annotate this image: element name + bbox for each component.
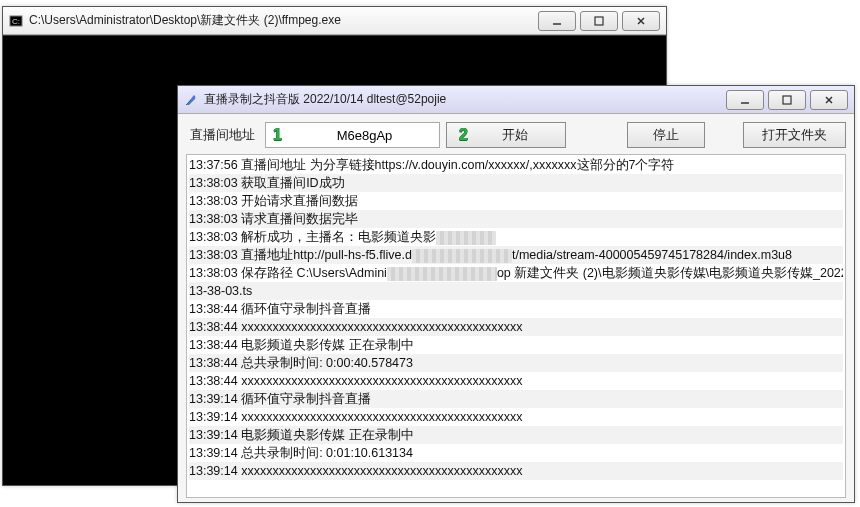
stop-button[interactable]: 停止: [627, 122, 705, 148]
log-line: 13:38:03 请求直播间数据完毕: [189, 210, 843, 228]
censored-span: [387, 267, 497, 281]
log-line: 13:39:14 xxxxxxxxxxxxxxxxxxxxxxxxxxxxxxx…: [189, 408, 843, 426]
log-line: 13:37:56 直播间地址 为分享链接https://v.douyin.com…: [189, 156, 843, 174]
svg-rect-3: [595, 17, 603, 25]
log-line: 13:38:44 总共录制时间: 0:00:40.578473: [189, 354, 843, 372]
log-line: 13:38:44 循环值守录制抖音直播: [189, 300, 843, 318]
log-line: 13:39:14 xxxxxxxxxxxxxxxxxxxxxxxxxxxxxxx…: [189, 462, 843, 480]
start-button-label: 开始: [502, 127, 528, 142]
log-line: 13:39:14 总共录制时间: 0:01:10.613134: [189, 444, 843, 462]
start-button[interactable]: 2 开始: [446, 122, 566, 148]
log-line: 13:38:03 获取直播间ID成功: [189, 174, 843, 192]
log-line: 13:38:03 保存路径 C:\Users\Adminiop 新建文件夹 (2…: [189, 264, 843, 282]
log-line: 13:38:44 xxxxxxxxxxxxxxxxxxxxxxxxxxxxxxx…: [189, 318, 843, 336]
stop-button-label: 停止: [653, 127, 679, 142]
log-line: 13:38:03 开始请求直播间数据: [189, 192, 843, 210]
recorder-window: 直播录制之抖音版 2022/10/14 dltest@52pojie 直播间地址…: [177, 85, 855, 503]
maximize-button[interactable]: [580, 11, 618, 31]
recorder-window-controls: [722, 90, 848, 110]
address-input[interactable]: [265, 122, 440, 148]
log-line: 13:39:14 电影频道央影传媒 正在录制中: [189, 426, 843, 444]
log-line: 13:38:44 xxxxxxxxxxxxxxxxxxxxxxxxxxxxxxx…: [189, 372, 843, 390]
log-line: 13:38:44 电影频道央影传媒 正在录制中: [189, 336, 843, 354]
callout-2: 2: [459, 126, 468, 144]
minimize-button[interactable]: [538, 11, 576, 31]
log-line: 13:38:03 直播地址http://pull-hs-f5.flive.dt/…: [189, 246, 843, 264]
log-line: 13:38:03 解析成功，主播名：电影频道央影: [189, 228, 843, 246]
log-view[interactable]: 13:37:56 直播间地址 为分享链接https://v.douyin.com…: [186, 154, 846, 498]
feather-icon: [184, 93, 198, 107]
svg-rect-8: [783, 96, 791, 104]
console-icon: C:: [9, 14, 23, 28]
log-line: 13-38-03.ts: [189, 282, 843, 300]
open-folder-button[interactable]: 打开文件夹: [743, 122, 846, 148]
svg-text:C:: C:: [12, 17, 20, 26]
censored-span: [412, 249, 512, 263]
address-label: 直播间地址: [186, 126, 259, 144]
log-line: 13:39:14 循环值守录制抖音直播: [189, 390, 843, 408]
address-input-wrap: 1: [265, 122, 440, 148]
recorder-body: 直播间地址 1 2 开始 停止 打开文件夹 13:37:56 直播间地址 为分享…: [178, 114, 854, 502]
ffmpeg-window-controls: [534, 11, 660, 31]
censored-span: [436, 231, 496, 245]
recorder-titlebar[interactable]: 直播录制之抖音版 2022/10/14 dltest@52pojie: [178, 86, 854, 114]
ffmpeg-title: C:\Users\Administrator\Desktop\新建文件夹 (2)…: [29, 12, 528, 29]
recorder-title: 直播录制之抖音版 2022/10/14 dltest@52pojie: [204, 91, 716, 108]
open-folder-button-label: 打开文件夹: [762, 127, 827, 142]
maximize-button[interactable]: [768, 90, 806, 110]
ffmpeg-titlebar[interactable]: C: C:\Users\Administrator\Desktop\新建文件夹 …: [3, 7, 666, 35]
toolbar: 直播间地址 1 2 开始 停止 打开文件夹: [186, 122, 846, 148]
close-button[interactable]: [810, 90, 848, 110]
minimize-button[interactable]: [726, 90, 764, 110]
close-button[interactable]: [622, 11, 660, 31]
